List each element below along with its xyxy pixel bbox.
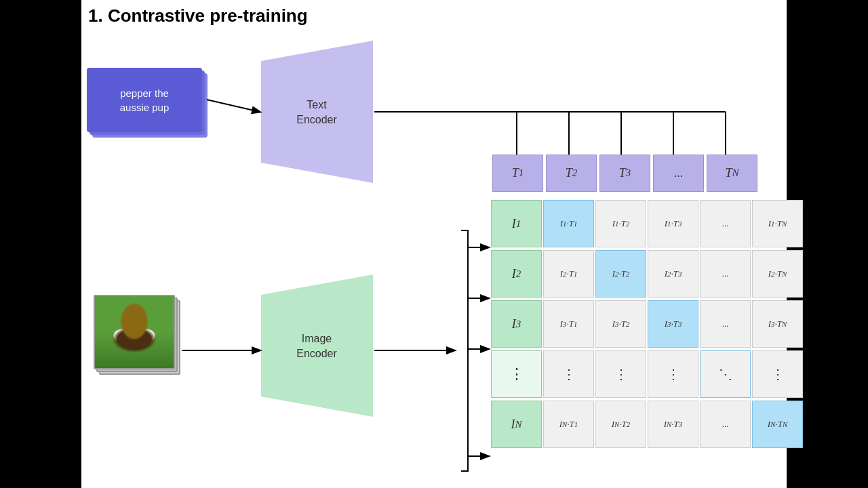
grid-section: I1 I2 I3 ⋮ IN I1·T1 I2·T1 I3·T1 ⋮ IN·T1 … bbox=[491, 200, 803, 449]
text-encoder-label2: Encoder bbox=[296, 114, 337, 125]
grid-col-n: I1·TN I2·TN I3·TN ⋮ IN·TN bbox=[752, 200, 803, 449]
left-black-bar bbox=[0, 0, 81, 488]
i2tn: I2·TN bbox=[752, 250, 803, 298]
svg-marker-1 bbox=[261, 274, 373, 417]
i1-dots: ... bbox=[700, 200, 751, 247]
t2-header: T2 bbox=[546, 155, 597, 192]
i3-cell: I3 bbox=[491, 300, 542, 348]
dog-image bbox=[95, 296, 174, 368]
i1t1: I1·T1 bbox=[543, 200, 594, 247]
int2: IN·T2 bbox=[595, 401, 646, 448]
photo-card-front bbox=[94, 295, 175, 369]
int1: IN·T1 bbox=[543, 401, 594, 448]
i1t3: I1·T3 bbox=[648, 200, 698, 247]
intn: IN·TN bbox=[752, 401, 803, 448]
i2t3: I2·T3 bbox=[648, 250, 698, 298]
text-card-front: pepper the aussie pup bbox=[87, 68, 202, 132]
t-dots-header: ... bbox=[653, 155, 704, 192]
dots-coln: ⋮ bbox=[752, 350, 803, 398]
t-row-header: T1 T2 T3 ... TN bbox=[491, 155, 757, 192]
bracket-shape bbox=[461, 230, 468, 471]
grid-col-dots: ... ... ... ⋱ ... bbox=[700, 200, 751, 449]
i-dots-cell: ⋮ bbox=[491, 350, 542, 398]
i1-cell: I1 bbox=[491, 200, 542, 247]
i2t2: I2·T2 bbox=[595, 250, 646, 298]
tn-header: TN bbox=[707, 155, 757, 192]
i-column: I1 I2 I3 ⋮ IN bbox=[491, 200, 542, 449]
dots-col3: ⋮ bbox=[648, 350, 698, 398]
text-to-encoder-arrow bbox=[207, 100, 260, 112]
text-input-label: pepper the aussie pup bbox=[120, 86, 170, 115]
page-title: 1. Contrastive pre-training bbox=[88, 5, 308, 26]
i2-cell: I2 bbox=[491, 250, 542, 298]
i3t1: I3·T1 bbox=[543, 300, 594, 348]
image-encoder-label1: Image bbox=[302, 333, 332, 344]
int3: IN·T3 bbox=[648, 401, 698, 448]
grid-col-1: I1·T1 I2·T1 I3·T1 ⋮ IN·T1 bbox=[543, 200, 594, 449]
image-encoder: Image Encoder bbox=[261, 274, 373, 420]
in-dots: ... bbox=[700, 401, 751, 448]
i1tn: I1·TN bbox=[752, 200, 803, 247]
i3-dots: ... bbox=[700, 300, 751, 348]
i3t2: I3·T2 bbox=[595, 300, 646, 348]
i3t3: I3·T3 bbox=[648, 300, 698, 348]
svg-marker-0 bbox=[261, 41, 373, 183]
grid-col-3: I1·T3 I2·T3 I3·T3 ⋮ IN·T3 bbox=[648, 200, 698, 449]
in-cell: IN bbox=[491, 401, 542, 448]
image-encoder-label2: Encoder bbox=[296, 348, 337, 359]
text-encoder-label1: Text bbox=[307, 99, 327, 110]
dots-col2: ⋮ bbox=[595, 350, 646, 398]
t3-header: T3 bbox=[599, 155, 650, 192]
dots-col1: ⋮ bbox=[543, 350, 594, 398]
t1-header: T1 bbox=[492, 155, 543, 192]
grid-col-2: I1·T2 I2·T2 I3·T2 ⋮ IN·T2 bbox=[595, 200, 646, 449]
dots-diag: ⋱ bbox=[700, 350, 751, 398]
main-content: 1. Contrastive pre-training pepper the a… bbox=[81, 0, 787, 488]
i1t2: I1·T2 bbox=[595, 200, 646, 247]
text-encoder: Text Encoder bbox=[261, 41, 373, 186]
i2-dots: ... bbox=[700, 250, 751, 298]
i2t1: I2·T1 bbox=[543, 250, 594, 298]
i3tn: I3·TN bbox=[752, 300, 803, 348]
